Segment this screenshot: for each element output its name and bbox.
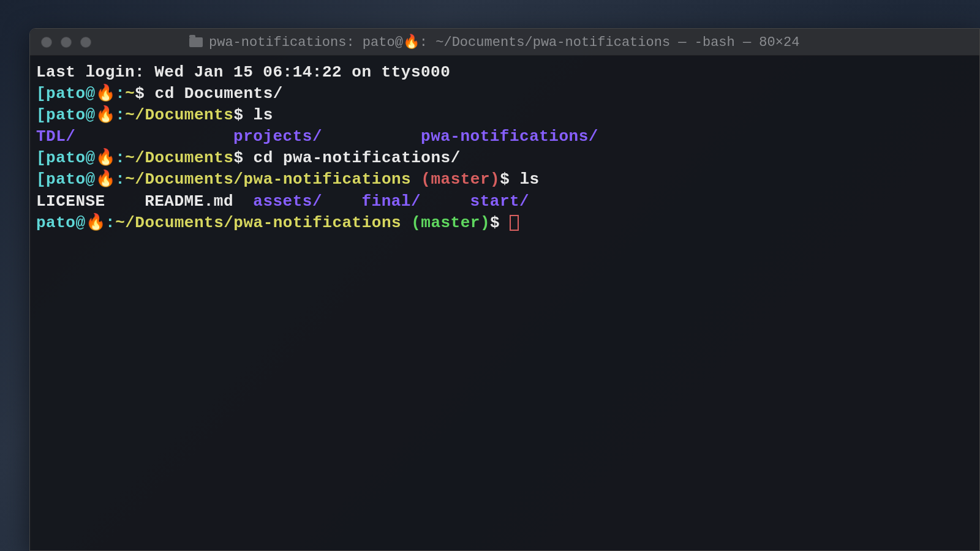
prompt-line-2: [pato@🔥:~/Documents$ ls xyxy=(36,105,973,126)
dollar: $ xyxy=(490,214,510,232)
user: pato@ xyxy=(46,84,96,103)
bracket: [ xyxy=(36,149,46,167)
colon: : xyxy=(115,84,125,103)
git-branch: (master) xyxy=(401,214,490,232)
bracket: [ xyxy=(36,170,46,189)
path: ~/Documents xyxy=(125,106,233,124)
fire-emoji-icon: 🔥 xyxy=(96,149,116,167)
zoom-button[interactable] xyxy=(80,37,91,48)
dollar: $ xyxy=(135,84,154,103)
minimize-button[interactable] xyxy=(61,37,72,48)
prompt-line-1: [pato@🔥:~$ cd Documents/ xyxy=(36,83,973,105)
list-item: LICENSE xyxy=(36,192,105,211)
colon: : xyxy=(115,106,125,124)
command: ls xyxy=(519,170,539,189)
fire-emoji-icon: 🔥 xyxy=(96,106,116,124)
colon: : xyxy=(115,149,125,167)
title-suffix: : ~/Documents/pwa-notifications — -bash … xyxy=(420,35,800,50)
dollar: $ xyxy=(233,149,253,167)
last-login-line: Last login: Wed Jan 15 06:14:22 on ttys0… xyxy=(36,62,973,83)
prompt-line-3: [pato@🔥:~/Documents$ cd pwa-notification… xyxy=(36,148,973,169)
user: pato@ xyxy=(46,170,96,189)
dollar: $ xyxy=(233,106,253,124)
terminal-body[interactable]: Last login: Wed Jan 15 06:14:22 on ttys0… xyxy=(30,56,979,240)
terminal-window: pwa-notifications: pato@🔥: ~/Documents/p… xyxy=(29,28,980,551)
user: pato@ xyxy=(46,149,96,167)
ls-output-2: LICENSE README.md assets/ final/ start/ xyxy=(36,191,973,212)
fire-emoji-icon: 🔥 xyxy=(403,35,420,50)
title-prefix: pwa-notifications: pato@ xyxy=(209,35,403,50)
command: cd Documents/ xyxy=(155,84,283,103)
git-branch: (master) xyxy=(411,170,500,189)
prompt-line-4: [pato@🔥:~/Documents/pwa-notifications (m… xyxy=(36,169,973,190)
fire-emoji-icon: 🔥 xyxy=(86,214,106,232)
path: ~/Documents/pwa-notifications xyxy=(125,170,411,189)
user: pato@ xyxy=(46,106,96,124)
dollar: $ xyxy=(500,170,519,189)
bracket: [ xyxy=(36,106,46,124)
path: ~/Documents/pwa-notifications xyxy=(115,214,401,232)
command: cd pwa-notifications/ xyxy=(254,149,461,167)
fire-emoji-icon: 🔥 xyxy=(96,84,116,103)
prompt-line-current: pato@🔥:~/Documents/pwa-notifications (ma… xyxy=(36,212,973,234)
fire-emoji-icon: 🔥 xyxy=(96,170,116,189)
colon: : xyxy=(105,214,115,232)
close-button[interactable] xyxy=(41,37,52,48)
cursor[interactable] xyxy=(510,215,519,231)
command: ls xyxy=(254,106,273,124)
list-item: final/ xyxy=(361,192,421,211)
path: ~ xyxy=(125,84,135,103)
titlebar[interactable]: pwa-notifications: pato@🔥: ~/Documents/p… xyxy=(30,29,979,56)
traffic-lights xyxy=(41,37,91,48)
list-item: pwa-notifications/ xyxy=(421,127,598,146)
ls-output-1: TDL/ projects/ pwa-notifications/ xyxy=(36,126,973,148)
window-title: pwa-notifications: pato@🔥: ~/Documents/p… xyxy=(189,34,799,50)
bracket: [ xyxy=(36,84,46,103)
path: ~/Documents xyxy=(125,149,233,167)
list-item: README.md xyxy=(145,192,233,211)
list-item: projects/ xyxy=(233,127,322,146)
list-item: TDL/ xyxy=(36,127,75,146)
user: pato@ xyxy=(36,214,86,232)
folder-icon xyxy=(189,37,203,47)
list-item: assets/ xyxy=(253,192,322,211)
colon: : xyxy=(115,170,125,189)
list-item: start/ xyxy=(470,192,530,211)
